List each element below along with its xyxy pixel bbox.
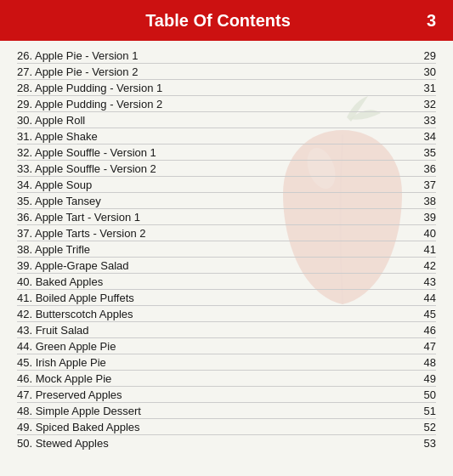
toc-entry-title: 27. Apple Pie - Version 2	[17, 65, 411, 78]
table-row: 44. Green Apple Pie47	[17, 338, 436, 354]
toc-entry-title: 33. Apple Souffle - Version 2	[17, 162, 411, 175]
toc-table: 26. Apple Pie - Version 12927. Apple Pie…	[17, 48, 436, 450]
toc-entry-page: 31	[411, 82, 436, 94]
header-page-number: 3	[419, 11, 436, 31]
toc-entry-title: 48. Simple Apple Dessert	[17, 405, 411, 417]
table-row: 29. Apple Pudding - Version 232	[17, 96, 436, 112]
toc-entry-page: 32	[411, 98, 436, 110]
toc-entry-page: 35	[411, 146, 436, 159]
table-row: 37. Apple Tarts - Version 240	[17, 225, 436, 241]
toc-entry-page: 52	[411, 421, 436, 434]
toc-entry-title: 47. Preserved Apples	[17, 388, 411, 401]
toc-entry-page: 47	[411, 340, 436, 353]
table-row: 40. Baked Apples43	[17, 274, 436, 290]
table-row: 27. Apple Pie - Version 230	[17, 64, 436, 80]
toc-entry-title: 32. Apple Souffle - Version 1	[17, 146, 411, 159]
toc-entry-title: 46. Mock Apple Pie	[17, 372, 411, 385]
toc-entry-page: 37	[411, 178, 436, 191]
toc-entry-title: 50. Stewed Apples	[17, 437, 411, 450]
toc-entry-page: 44	[411, 292, 436, 304]
table-row: 38. Apple Trifle41	[17, 241, 436, 258]
toc-entry-page: 45	[411, 308, 436, 320]
content-area: 26. Apple Pie - Version 12927. Apple Pie…	[0, 41, 453, 457]
toc-entry-title: 31. Apple Shake	[17, 130, 411, 143]
toc-entry-page: 49	[411, 372, 436, 385]
toc-entry-page: 41	[411, 243, 436, 256]
toc-entry-page: 33	[411, 114, 436, 127]
header-title: Table Of Contents	[17, 11, 419, 31]
toc-entry-title: 44. Green Apple Pie	[17, 340, 411, 353]
toc-entry-page: 51	[411, 405, 436, 417]
toc-entry-page: 36	[411, 162, 436, 175]
toc-entry-page: 40	[411, 227, 436, 240]
table-row: 26. Apple Pie - Version 129	[17, 48, 436, 64]
table-row: 46. Mock Apple Pie49	[17, 371, 436, 387]
table-row: 43. Fruit Salad46	[17, 322, 436, 338]
toc-entry-title: 38. Apple Trifle	[17, 243, 411, 256]
table-row: 45. Irish Apple Pie48	[17, 354, 436, 371]
toc-entry-page: 29	[411, 49, 436, 62]
toc-entry-title: 35. Apple Tansey	[17, 195, 411, 207]
toc-entry-page: 34	[411, 130, 436, 143]
toc-entry-page: 43	[411, 275, 436, 288]
toc-entry-page: 50	[411, 388, 436, 401]
toc-entry-title: 49. Spiced Baked Apples	[17, 421, 411, 434]
table-row: 28. Apple Pudding - Version 131	[17, 80, 436, 96]
toc-entry-title: 37. Apple Tarts - Version 2	[17, 227, 411, 240]
toc-entry-title: 40. Baked Apples	[17, 275, 411, 288]
toc-entry-title: 36. Apple Tart - Version 1	[17, 211, 411, 224]
toc-entry-page: 38	[411, 195, 436, 207]
toc-entry-title: 39. Apple-Grape Salad	[17, 259, 411, 272]
toc-entry-title: 29. Apple Pudding - Version 2	[17, 98, 411, 110]
table-row: 31. Apple Shake34	[17, 128, 436, 144]
toc-entry-page: 46	[411, 324, 436, 337]
toc-entry-page: 42	[411, 259, 436, 272]
table-row: 50. Stewed Apples53	[17, 435, 436, 450]
toc-entry-title: 43. Fruit Salad	[17, 324, 411, 337]
toc-entry-title: 30. Apple Roll	[17, 114, 411, 127]
table-row: 48. Simple Apple Dessert51	[17, 403, 436, 419]
table-row: 49. Spiced Baked Apples52	[17, 419, 436, 435]
toc-entry-page: 48	[411, 356, 436, 369]
toc-entry-title: 26. Apple Pie - Version 1	[17, 49, 411, 62]
header: Table Of Contents 3	[0, 0, 453, 41]
table-row: 41. Boiled Apple Puffets44	[17, 290, 436, 306]
toc-entry-title: 42. Butterscotch Apples	[17, 308, 411, 320]
toc-entry-title: 34. Apple Soup	[17, 178, 411, 191]
table-row: 33. Apple Souffle - Version 236	[17, 161, 436, 177]
table-row: 39. Apple-Grape Salad42	[17, 258, 436, 274]
toc-entry-page: 53	[411, 437, 436, 450]
table-row: 35. Apple Tansey38	[17, 193, 436, 209]
toc-entry-title: 28. Apple Pudding - Version 1	[17, 82, 411, 94]
table-row: 42. Butterscotch Apples45	[17, 306, 436, 322]
table-row: 30. Apple Roll33	[17, 112, 436, 128]
table-row: 47. Preserved Apples50	[17, 387, 436, 403]
table-row: 34. Apple Soup37	[17, 177, 436, 193]
toc-entry-title: 45. Irish Apple Pie	[17, 356, 411, 369]
page-container: Table Of Contents 3 26. Apple Pie - Vers…	[0, 0, 453, 476]
toc-entry-page: 30	[411, 65, 436, 78]
table-row: 36. Apple Tart - Version 139	[17, 209, 436, 225]
table-row: 32. Apple Souffle - Version 135	[17, 144, 436, 161]
toc-entry-page: 39	[411, 211, 436, 224]
toc-entry-title: 41. Boiled Apple Puffets	[17, 292, 411, 304]
